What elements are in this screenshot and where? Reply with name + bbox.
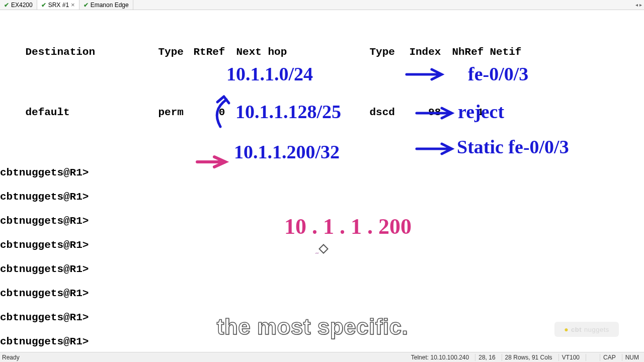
cell-type2: dscd	[369, 107, 409, 119]
tab-scroll-icon[interactable]: ◂ ▸	[635, 2, 644, 8]
cli-prompt: cbtnuggets@R1>	[0, 215, 644, 227]
status-dimensions: 28 Rows, 91 Cols	[502, 354, 555, 361]
hdr-type2: Type	[369, 46, 409, 58]
table-header: DestinationTypeRtRefNext hopTypeIndexNhR…	[0, 34, 644, 70]
status-emulation: VT100	[558, 354, 583, 361]
hdr-index: Index	[409, 46, 447, 58]
hdr-nexthop: Next hop	[236, 46, 369, 58]
status-ready: Ready	[2, 354, 20, 361]
cell-index: 98	[409, 107, 447, 119]
status-bar: Ready Telnet: 10.10.100.240 28, 16 28 Ro…	[0, 352, 644, 362]
tab-ex4200[interactable]: ✔ EX4200	[0, 0, 37, 10]
cli-prompt: cbtnuggets@R1>	[0, 288, 644, 300]
watermark-brand: cbt	[571, 326, 582, 333]
status-connection: Telnet: 10.10.100.240	[408, 354, 472, 361]
cell-rtref: 0	[193, 107, 236, 119]
hdr-nhref: NhRef	[447, 46, 490, 58]
watermark-name: nuggets	[584, 326, 609, 333]
check-icon: ✔	[41, 2, 46, 9]
tab-label: EX4200	[11, 2, 33, 9]
cli-prompt: cbtnuggets@R1>	[0, 191, 644, 203]
cell-type1: perm	[158, 107, 193, 119]
hdr-rtref: RtRef	[193, 46, 236, 58]
hdr-type1: Type	[158, 46, 193, 58]
status-cursor-pos: 28, 16	[475, 354, 498, 361]
check-icon: ✔	[4, 2, 9, 9]
hdr-destination: Destination	[25, 46, 158, 58]
status-capslock: CAP	[600, 354, 619, 361]
hdr-netif: Netif	[490, 46, 521, 58]
watermark-logo: ● cbt nuggets	[554, 322, 619, 337]
tab-bar: ✔ EX4200 ✔ SRX #1 × ✔ Emanon Edge ◂ ▸	[0, 0, 644, 10]
cli-prompt: cbtnuggets@R1>	[0, 239, 644, 251]
cli-prompt: cbtnuggets@R1>	[0, 263, 644, 276]
cell-destination: default	[25, 107, 158, 119]
terminal-output[interactable]: DestinationTypeRtRefNext hopTypeIndexNhR…	[0, 10, 644, 352]
tab-label: SRX #1	[48, 2, 69, 9]
status-numlock: NUM	[622, 354, 642, 361]
cell-nhref: 1	[447, 107, 490, 119]
tab-srx1[interactable]: ✔ SRX #1 ×	[37, 0, 79, 10]
subtitle-caption: the most specific.	[217, 314, 409, 339]
check-icon: ✔	[84, 2, 89, 9]
close-icon[interactable]: ×	[71, 1, 75, 9]
cli-prompt: cbtnuggets@R1>	[0, 167, 644, 179]
tab-emanon[interactable]: ✔ Emanon Edge	[79, 0, 133, 10]
table-row: defaultperm 0dscd981	[0, 95, 644, 131]
tab-label: Emanon Edge	[91, 2, 129, 9]
dot-icon: ●	[564, 325, 569, 333]
